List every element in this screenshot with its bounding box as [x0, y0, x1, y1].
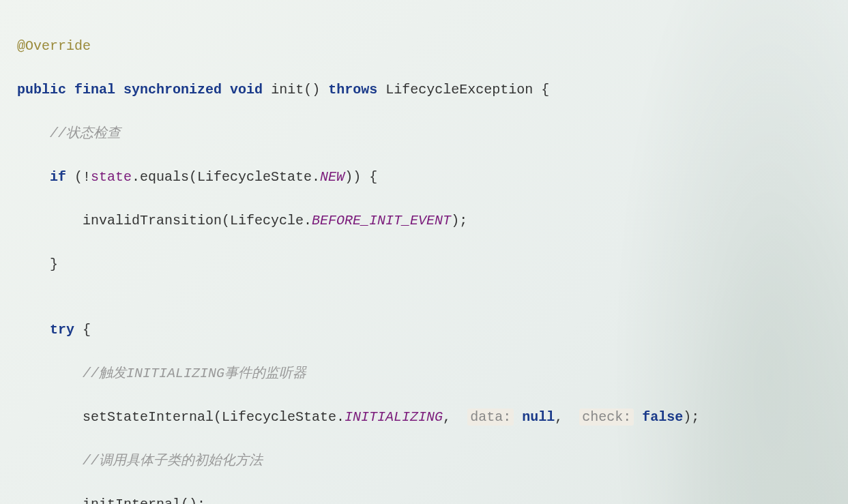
kw-public: public [17, 82, 66, 98]
exception-type: LifecycleException [385, 82, 533, 98]
comment-state-check: //状态检查 [50, 125, 121, 141]
kw-null: null [522, 409, 555, 425]
kw-if: if [50, 169, 66, 185]
annotation: @Override [17, 38, 91, 54]
comment-subclass-init: //调用具体子类的初始化方法 [83, 453, 263, 469]
equals-call: .equals(LifecycleState. [132, 169, 320, 185]
set-state-call: setStateInternal(LifecycleState. [83, 409, 345, 425]
const-initializing: INITIALIZING [345, 409, 443, 425]
kw-void: void [230, 82, 263, 98]
invalid-transition: invalidTransition(Lifecycle. [83, 213, 312, 228]
comment-initializing: //触发INITIALIZING事件的监听器 [83, 366, 306, 381]
kw-false: false [642, 409, 683, 425]
kw-try: try [50, 322, 74, 338]
code-block: @Override public final synchronized void… [17, 14, 831, 504]
kw-sync: synchronized [123, 82, 222, 98]
const-new: NEW [320, 169, 345, 185]
init-internal-call: initInternal(); [83, 496, 205, 504]
hint-check: check: [579, 409, 634, 426]
const-before-init: BEFORE_INIT_EVENT [312, 213, 451, 228]
kw-throws: throws [328, 82, 377, 98]
hint-data: data: [467, 409, 514, 426]
kw-final: final [74, 82, 115, 98]
method-name: init [271, 82, 304, 98]
field-state: state [91, 169, 132, 185]
